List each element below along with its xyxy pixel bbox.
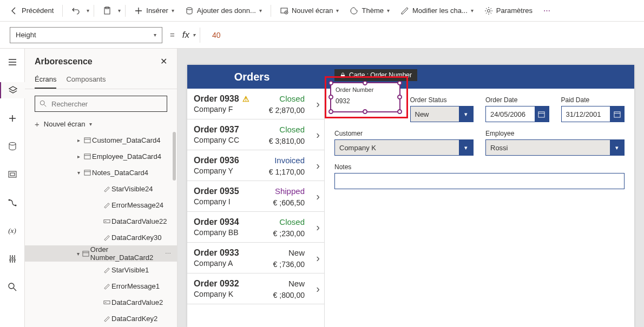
chevron-down-icon: ▾ <box>193 32 195 38</box>
expand-icon[interactable]: ▸ <box>75 154 82 159</box>
tree-item[interactable]: ▾ Order Number_DataCard2 ⋯ <box>25 245 177 262</box>
order-date-picker[interactable]: 24/05/2006 <box>485 106 549 122</box>
add-data-button[interactable]: Ajouter des donn... ▾ <box>181 4 266 17</box>
settings-button[interactable]: Paramètres <box>480 4 537 17</box>
employee-dropdown[interactable]: Rossi ▾ <box>485 139 625 156</box>
selected-card[interactable]: Order Number 0932 <box>330 82 400 112</box>
tree-item-label: StarVisible1 <box>111 266 149 274</box>
input-icon <box>102 218 111 225</box>
formula-value[interactable]: 40 <box>212 31 221 39</box>
tree-search[interactable] <box>35 96 167 112</box>
card-icon <box>82 169 92 176</box>
tree-item[interactable]: DataCardKey2 <box>25 310 177 326</box>
tree-item[interactable]: DataCardKey30 <box>25 229 177 245</box>
rail-hamburger[interactable] <box>0 54 25 70</box>
tree-item[interactable]: ErrorMessage24 <box>25 197 177 213</box>
lock-icon <box>340 72 346 78</box>
paid-date-picker[interactable]: 31/12/2001 <box>561 106 625 122</box>
palette-icon <box>350 6 358 15</box>
tree-item[interactable]: DataCardValue2 <box>25 294 177 310</box>
orders-list[interactable]: Order 0938 ⚠ Company F Closed € 2;870,00… <box>187 89 325 327</box>
chevron-down-icon[interactable]: ▾ <box>87 8 89 14</box>
expand-icon[interactable]: ▸ <box>75 137 82 143</box>
order-row[interactable]: Order 0933 Company A New € ;736,00 › <box>187 243 324 273</box>
expand-icon[interactable]: ▾ <box>75 170 82 176</box>
flow-icon <box>8 198 17 208</box>
rail-insert[interactable] <box>0 110 25 126</box>
tree-item[interactable]: DataCardValue22 <box>25 213 177 229</box>
tab-components[interactable]: Composants <box>66 71 106 89</box>
rail-media[interactable] <box>0 166 25 183</box>
tree-item-label: ErrorMessage1 <box>111 282 160 290</box>
database-icon <box>185 6 194 15</box>
text-icon <box>102 234 111 241</box>
new-screen-label: Nouvel écran <box>292 6 333 15</box>
fx-button[interactable]: fx ▾ <box>182 30 195 41</box>
card-icon <box>82 250 90 257</box>
settings-label: Paramètres <box>496 6 533 15</box>
order-row[interactable]: Order 0938 ⚠ Company F Closed € 2;870,00… <box>187 89 324 119</box>
scrollbar[interactable] <box>173 132 176 181</box>
order-price: € 2;870,00 <box>269 106 305 115</box>
tab-screens[interactable]: Écrans <box>35 71 56 89</box>
rail-variables[interactable]: (x) <box>0 223 25 239</box>
order-row[interactable]: Order 0936 Company Y Invoiced € 1;170,00… <box>187 150 324 181</box>
notes-input[interactable] <box>334 173 625 189</box>
chevron-down-icon: ▾ <box>89 121 92 127</box>
formula-bar: Height ▾ = fx ▾ 40 <box>0 22 644 49</box>
tree-item-label: Customer_DataCard4 <box>92 136 160 144</box>
more-icon[interactable]: ⋯ <box>165 250 172 257</box>
tree-item[interactable]: ▸ Customer_DataCard4 <box>25 132 177 148</box>
theme-button[interactable]: Thème ▾ <box>345 4 393 17</box>
hamburger-icon <box>8 57 17 67</box>
text-icon <box>102 185 111 192</box>
order-row[interactable]: Order 0932 Company K New € ;800,00 › <box>187 273 324 304</box>
order-row[interactable]: Order 0934 Company BB Closed € ;230,00 › <box>187 212 324 243</box>
edit-fields-button[interactable]: Modifier les cha... ▾ <box>396 4 478 17</box>
back-label: Précédent <box>22 6 54 15</box>
side-rail: (x) <box>0 49 25 327</box>
more-button[interactable]: ⋯ <box>539 4 555 17</box>
property-selector[interactable]: Height ▾ <box>10 27 162 43</box>
tree-item-label: DataCardKey30 <box>111 233 162 242</box>
order-row[interactable]: Order 0937 Company CC Closed € 3;810,00 … <box>187 119 324 150</box>
tree-item[interactable]: StarVisible24 <box>25 181 177 197</box>
svg-rect-21 <box>103 301 109 304</box>
text-icon <box>102 283 111 290</box>
rail-data[interactable] <box>0 138 25 155</box>
svg-rect-7 <box>9 171 16 177</box>
calendar-icon <box>610 106 624 122</box>
search-input[interactable] <box>51 100 162 108</box>
tree-item[interactable]: ErrorMessage1 <box>25 278 177 294</box>
rail-search[interactable] <box>0 279 25 295</box>
tree-item[interactable]: ▸ Employee_DataCard4 <box>25 148 177 164</box>
new-screen-button[interactable]: + Nouvel écran ▾ <box>25 116 177 132</box>
insert-button[interactable]: Insérer ▾ <box>130 4 178 17</box>
gear-icon <box>484 6 493 15</box>
new-screen-label: Nouvel écran <box>44 120 86 128</box>
expand-icon[interactable]: ▾ <box>75 251 82 257</box>
undo-button[interactable] <box>67 4 84 17</box>
tree-item[interactable]: ▾ Notes_DataCard4 <box>25 164 177 181</box>
order-status: New <box>288 248 305 257</box>
svg-rect-20 <box>83 251 89 256</box>
tree-item[interactable]: StarVisible1 <box>25 262 177 278</box>
rail-tree[interactable] <box>0 82 25 98</box>
tree-tabs: Écrans Composants <box>25 71 177 89</box>
new-screen-button[interactable]: Nouvel écran ▾ <box>275 4 344 17</box>
order-price: € ;230,00 <box>273 229 305 238</box>
customer-dropdown[interactable]: Company K ▾ <box>334 139 474 156</box>
paste-button[interactable] <box>98 4 116 17</box>
sel-card-label: Order Number <box>336 86 395 93</box>
back-button[interactable]: Précédent <box>5 4 58 17</box>
rail-flows[interactable] <box>0 195 25 211</box>
order-status: Invoiced <box>274 156 305 165</box>
paid-date-label: Paid Date <box>561 96 625 104</box>
chevron-down-icon[interactable]: ▾ <box>118 8 121 14</box>
order-status-dropdown[interactable]: New ▾ <box>410 106 474 122</box>
rail-tools[interactable] <box>0 251 25 267</box>
order-row[interactable]: Order 0935 Company I Shipped € ;606,50 › <box>187 181 324 212</box>
order-status-label: Order Status <box>410 96 474 104</box>
screen-icon <box>280 6 288 15</box>
close-icon[interactable]: ✕ <box>160 56 167 66</box>
